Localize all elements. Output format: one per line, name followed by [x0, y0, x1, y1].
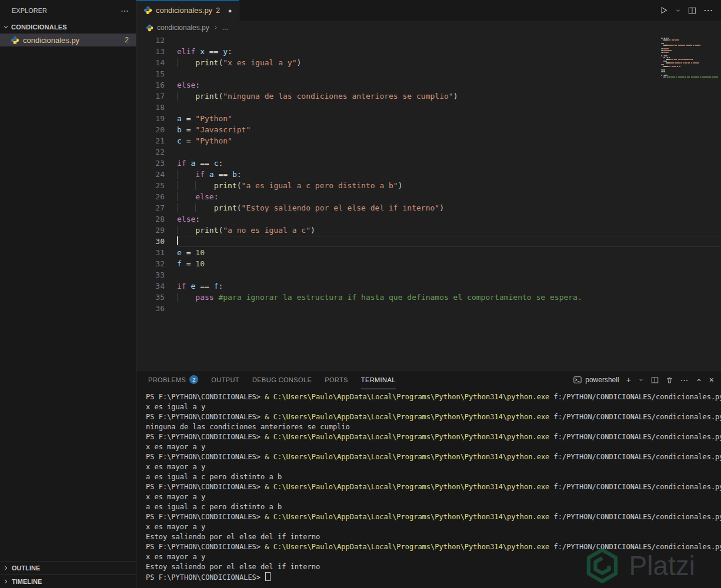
code-line[interactable]: 13elif x == y:: [136, 46, 721, 57]
editor-more-button[interactable]: ⋯: [703, 5, 713, 16]
terminal-line: x es mayor a y: [146, 462, 721, 472]
line-number[interactable]: 12: [136, 35, 165, 46]
timeline-section[interactable]: TIMELINE: [0, 574, 136, 588]
code-line[interactable]: 16else:: [136, 79, 721, 91]
code-token: [205, 170, 209, 179]
minimap-mark: [698, 62, 699, 64]
code-line[interactable]: 17 print("ninguna de las condiciones ant…: [136, 91, 721, 102]
code-line[interactable]: 21c = "Python": [136, 135, 721, 146]
run-button[interactable]: [659, 6, 668, 15]
code-text: elif x == y:: [177, 46, 721, 57]
terminal-token: & C:\Users\Paulo\AppData\Local\Programs\…: [265, 483, 549, 491]
terminal-profile[interactable]: powershell: [573, 376, 619, 384]
terminal-line: a es igual a c pero distinto a b: [146, 502, 721, 512]
minimap[interactable]: [660, 36, 719, 80]
code-token: ==: [214, 170, 232, 179]
line-number[interactable]: 23: [136, 158, 165, 169]
breadcrumb-file[interactable]: condicionales.py: [157, 24, 209, 32]
folder-section-header[interactable]: CONDICIONALES: [0, 21, 136, 34]
line-number[interactable]: 31: [136, 247, 165, 258]
code-line[interactable]: 28else:: [136, 213, 721, 225]
kill-terminal-button[interactable]: [666, 376, 673, 384]
line-number[interactable]: 28: [136, 213, 165, 225]
code-token: (: [237, 181, 242, 190]
run-dropdown-button[interactable]: [675, 8, 681, 14]
breadcrumb-symbol[interactable]: ...: [222, 24, 228, 32]
code-line[interactable]: 25 print("a es igual a c pero distinto a…: [136, 180, 721, 191]
code-line[interactable]: 20b = "Javascript": [136, 124, 721, 135]
line-number[interactable]: 24: [136, 169, 165, 180]
code-line[interactable]: 32f = 10: [136, 258, 721, 269]
line-number[interactable]: 22: [136, 146, 165, 158]
line-number[interactable]: 21: [136, 135, 165, 146]
code-line[interactable]: 26 else:: [136, 191, 721, 202]
line-number[interactable]: 33: [136, 269, 165, 280]
panel-tab-output[interactable]: OUTPUT: [211, 370, 239, 389]
code-line[interactable]: 22: [136, 146, 721, 158]
code-token: ==: [195, 159, 213, 168]
line-number[interactable]: 20: [136, 124, 165, 135]
code-line[interactable]: 23if a == c:: [136, 158, 721, 169]
terminal-line: x es igual a y: [146, 402, 721, 412]
terminal-token: f:/PYTHON/CONDICIONALES/condicionales.py: [549, 433, 721, 441]
line-number[interactable]: 34: [136, 280, 165, 292]
code-line[interactable]: 31e = 10: [136, 247, 721, 258]
split-editor-button[interactable]: [688, 6, 696, 15]
line-number[interactable]: 26: [136, 191, 165, 202]
line-number[interactable]: 13: [136, 46, 165, 57]
code-line[interactable]: 36: [136, 303, 721, 314]
code-line[interactable]: 12: [136, 35, 721, 46]
code-line[interactable]: 29 print("a no es igual a c"): [136, 225, 721, 236]
code-line[interactable]: 18: [136, 102, 721, 113]
code-token: c: [177, 136, 182, 145]
line-number[interactable]: 19: [136, 113, 165, 124]
panel-tab-problems[interactable]: PROBLEMS2: [148, 370, 198, 389]
code-line[interactable]: 24 if a == b:: [136, 169, 721, 180]
line-number[interactable]: 30: [136, 236, 165, 247]
code-line[interactable]: 27 print("Estoy saliendo por el else del…: [136, 202, 721, 213]
minimap-mark: [663, 71, 665, 72]
code-token: :: [218, 282, 223, 290]
maximize-panel-button[interactable]: [696, 377, 702, 383]
line-number[interactable]: 17: [136, 91, 165, 102]
line-number[interactable]: 32: [136, 258, 165, 269]
breadcrumb[interactable]: condicionales.py ...: [136, 21, 721, 35]
line-number[interactable]: 36: [136, 303, 165, 314]
terminal-dropdown-button[interactable]: [638, 377, 644, 383]
terminal-output[interactable]: PS F:\PYTHON\CONDICIONALES> & C:\Users\P…: [136, 389, 721, 588]
chevron-down-icon: [2, 24, 9, 31]
split-terminal-button[interactable]: [651, 376, 659, 384]
line-number[interactable]: 27: [136, 202, 165, 213]
code-line[interactable]: 33: [136, 269, 721, 280]
code-token: [177, 58, 195, 67]
code-editor[interactable]: 1213elif x == y:14 print("x es igual a y…: [136, 35, 721, 370]
code-token: :: [214, 192, 219, 201]
code-line[interactable]: 15: [136, 68, 721, 79]
code-line[interactable]: 30: [136, 236, 721, 247]
outline-section[interactable]: OUTLINE: [0, 561, 136, 574]
code-token: 10: [195, 259, 205, 268]
line-number[interactable]: 14: [136, 57, 165, 68]
code-line[interactable]: 14 print("x es igual a y"): [136, 57, 721, 68]
unsaved-changes-dot[interactable]: ●: [228, 7, 232, 14]
new-terminal-button[interactable]: +: [626, 375, 631, 385]
sidebar-item-condicionales[interactable]: condicionales.py 2: [0, 34, 136, 46]
line-number[interactable]: 25: [136, 180, 165, 191]
code-token: [177, 293, 195, 302]
panel-more-button[interactable]: ⋯: [680, 375, 689, 385]
line-number[interactable]: 16: [136, 79, 165, 91]
line-number[interactable]: 15: [136, 68, 165, 79]
code-line[interactable]: 19a = "Python": [136, 113, 721, 124]
line-number[interactable]: 29: [136, 225, 165, 236]
line-number[interactable]: 35: [136, 292, 165, 303]
line-number[interactable]: 18: [136, 102, 165, 113]
explorer-more-button[interactable]: ⋯: [121, 6, 129, 15]
panel-tab-terminal[interactable]: TERMINAL: [361, 370, 396, 389]
tab-condicionales[interactable]: condicionales.py 2 ●: [136, 0, 239, 21]
minimap-mark: [667, 55, 667, 56]
panel-tab-debug-console[interactable]: DEBUG CONSOLE: [252, 370, 312, 389]
panel-tab-ports[interactable]: PORTS: [325, 370, 348, 389]
close-panel-button[interactable]: ×: [709, 375, 714, 385]
code-line[interactable]: 35 pass #para ignorar la estructura if h…: [136, 292, 721, 303]
code-line[interactable]: 34if e == f:: [136, 280, 721, 292]
